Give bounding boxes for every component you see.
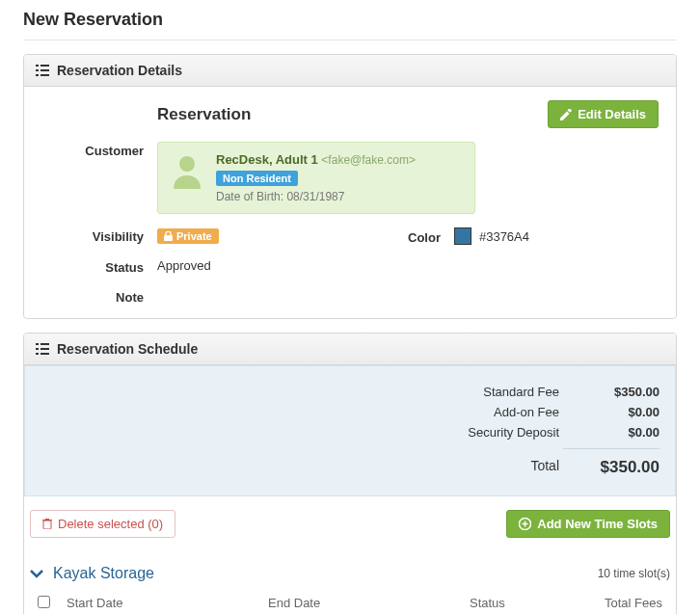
color-label: Color (350, 228, 454, 245)
panel-header-schedule: Reservation Schedule (24, 334, 676, 365)
select-all-checkbox[interactable] (38, 596, 50, 608)
add-time-slots-button[interactable]: Add New Time Slots (506, 510, 670, 538)
reservation-details-panel: Reservation Details Reservation Edit Det… (23, 54, 677, 319)
add-time-slots-label: Add New Time Slots (537, 517, 658, 531)
reservation-section-title: Reservation (157, 105, 251, 124)
col-end-date: End Date (268, 596, 470, 611)
trash-icon (42, 519, 52, 529)
residency-badge: Non Resident (216, 171, 298, 186)
svg-rect-7 (164, 235, 173, 241)
edit-details-label: Edit Details (578, 107, 646, 121)
group-header[interactable]: Kayak Storage 10 time slot(s) (30, 561, 670, 590)
list-icon (36, 65, 49, 76)
customer-label: Customer (41, 142, 157, 158)
svg-rect-10 (36, 348, 39, 350)
visibility-badge-text: Private (176, 230, 212, 242)
panel-header-details: Reservation Details (24, 55, 676, 87)
lock-icon (164, 231, 173, 241)
panel-title-details: Reservation Details (57, 63, 182, 78)
svg-rect-2 (36, 69, 39, 71)
svg-rect-16 (45, 519, 49, 521)
table-header: Start Date End Date Status Total Fees (30, 590, 670, 614)
status-value: Approved (157, 258, 659, 273)
svg-point-6 (179, 156, 195, 172)
reservation-schedule-panel: Reservation Schedule Standard Fee$350.00… (23, 333, 677, 614)
standard-fee-value: $350.00 (582, 385, 660, 399)
deposit-label: Security Deposit (409, 425, 582, 440)
panel-title-schedule: Reservation Schedule (57, 341, 198, 357)
status-label: Status (41, 258, 157, 275)
delete-selected-button[interactable]: Delete selected (0) (30, 510, 175, 538)
edit-details-button[interactable]: Edit Details (548, 100, 659, 128)
divider (23, 40, 677, 40)
total-value: $350.00 (582, 458, 660, 477)
svg-rect-8 (36, 343, 39, 345)
fees-summary: Standard Fee$350.00 Add-on Fee$0.00 Secu… (24, 365, 676, 496)
customer-email: <fake@fake.com> (321, 153, 416, 167)
svg-rect-0 (36, 65, 39, 67)
note-label: Note (41, 288, 157, 305)
pencil-icon (560, 109, 572, 120)
slots-count: 10 time slot(s) (598, 567, 670, 580)
chevron-down-icon (30, 569, 43, 578)
group-title: Kayak Storage (53, 565, 154, 582)
deposit-value: $0.00 (582, 425, 660, 440)
page-title: New Reservation (23, 10, 677, 30)
customer-card: RecDesk, Adult 1 <fake@fake.com> Non Res… (157, 142, 475, 214)
col-start-date: Start Date (67, 596, 268, 611)
svg-rect-14 (43, 521, 51, 529)
svg-rect-5 (40, 74, 49, 76)
dob-label: Date of Birth: (216, 190, 286, 203)
standard-fee-label: Standard Fee (409, 385, 582, 399)
svg-rect-11 (40, 348, 49, 350)
dob-value: 08/31/1987 (286, 190, 344, 203)
visibility-badge: Private (157, 228, 219, 244)
col-total-fees: Total Fees (566, 596, 662, 611)
delete-selected-label: Delete selected (0) (58, 517, 163, 531)
svg-rect-3 (40, 69, 49, 71)
total-label: Total (409, 458, 582, 477)
svg-rect-12 (36, 353, 39, 355)
color-hex: #3376A4 (479, 229, 529, 244)
svg-rect-1 (40, 65, 49, 67)
addon-fee-value: $0.00 (582, 405, 660, 419)
list-icon (36, 343, 49, 355)
col-status: Status (470, 596, 566, 611)
avatar-icon (172, 154, 202, 189)
addon-fee-label: Add-on Fee (409, 405, 582, 419)
visibility-label: Visibility (41, 227, 157, 245)
svg-rect-4 (36, 74, 39, 76)
color-swatch (454, 227, 471, 245)
svg-rect-13 (40, 353, 49, 355)
customer-name: RecDesk, Adult 1 (216, 152, 318, 167)
plus-circle-icon (519, 518, 531, 530)
svg-rect-9 (40, 343, 49, 345)
